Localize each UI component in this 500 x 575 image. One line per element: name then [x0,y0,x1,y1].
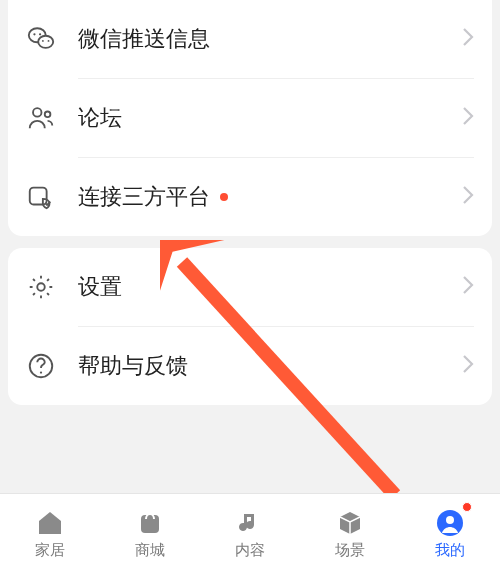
row-label-text: 连接三方平台 [78,182,210,212]
row-label: 微信推送信息 [78,24,462,54]
help-icon [26,351,78,381]
svg-rect-13 [141,515,159,533]
svg-rect-8 [30,188,47,205]
svg-point-1 [38,36,53,48]
row-help-feedback[interactable]: 帮助与反馈 [26,327,474,405]
row-third-party[interactable]: 连接三方平台 [26,158,474,236]
tab-mine[interactable]: 我的 [400,494,500,575]
tab-content[interactable]: 内容 [200,494,300,575]
wechat-icon [26,24,78,54]
svg-point-3 [39,33,41,35]
avatar-icon [436,509,464,537]
row-wechat-push[interactable]: 微信推送信息 [26,0,474,78]
bag-icon [136,509,164,537]
chevron-right-icon [462,106,474,130]
forum-people-icon [26,103,78,133]
tab-label: 商城 [135,541,165,560]
tab-label: 内容 [235,541,265,560]
tab-label: 家居 [35,541,65,560]
link-shield-icon [26,182,78,212]
notification-dot [220,193,228,201]
notification-dot [462,502,472,512]
row-forum[interactable]: 论坛 [26,79,474,157]
tab-mall[interactable]: 商城 [100,494,200,575]
row-label: 帮助与反馈 [78,351,462,381]
tab-label: 场景 [335,541,365,560]
row-label: 设置 [78,272,462,302]
tab-scene[interactable]: 场景 [300,494,400,575]
chevron-right-icon [462,27,474,51]
tab-home[interactable]: 家居 [0,494,100,575]
cube-icon [336,509,364,537]
bottom-tab-bar: 家居 商城 内容 场景 我的 [0,493,500,575]
svg-point-4 [42,40,44,42]
chevron-right-icon [462,354,474,378]
svg-point-7 [45,111,51,117]
home-icon [36,509,64,537]
music-note-icon [236,509,264,537]
svg-point-6 [33,108,41,116]
row-label: 连接三方平台 [78,182,462,212]
svg-point-5 [48,40,50,42]
gear-icon [26,272,78,302]
chevron-right-icon [462,185,474,209]
settings-group-1: 微信推送信息 论坛 连接三方平台 [8,0,492,236]
svg-point-15 [446,516,454,524]
svg-point-11 [40,371,42,373]
svg-point-9 [37,283,45,291]
tab-label: 我的 [435,541,465,560]
svg-point-2 [33,33,35,35]
row-label: 论坛 [78,103,462,133]
chevron-right-icon [462,275,474,299]
row-settings[interactable]: 设置 [26,248,474,326]
settings-group-2: 设置 帮助与反馈 [8,248,492,405]
